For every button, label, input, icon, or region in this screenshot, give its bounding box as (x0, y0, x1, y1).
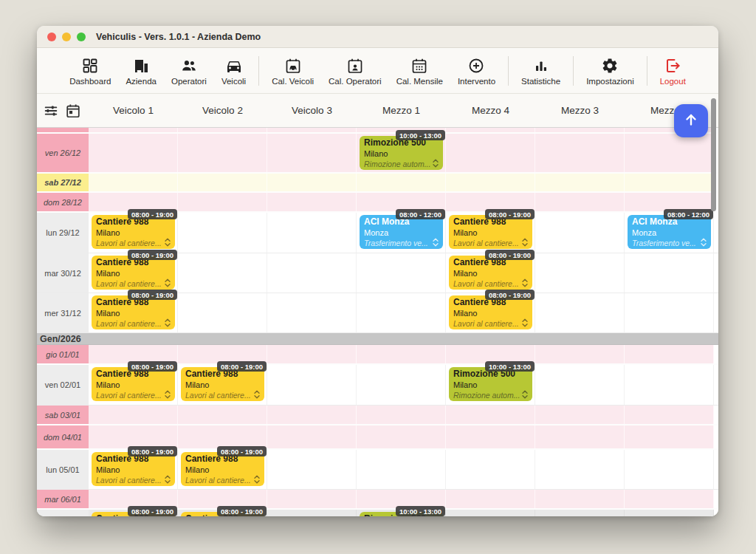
today-button[interactable] (65, 103, 81, 119)
event-card[interactable]: 08:00 - 12:00ACI MonzaMonzaTrasferimento… (628, 215, 711, 249)
calendar-cell[interactable] (357, 253, 446, 293)
calendar-cell[interactable] (535, 174, 625, 191)
calendar-cell[interactable] (535, 425, 625, 448)
sort-arrows-icon[interactable] (254, 475, 260, 486)
event-card[interactable]: 08:00 - 19:00Cantiere 988MilanoLavori al… (92, 367, 175, 401)
calendar-cell[interactable] (535, 128, 625, 132)
calendar-cell[interactable] (357, 450, 446, 489)
vertical-scrollbar-thumb[interactable] (711, 98, 716, 211)
calendar-cell[interactable] (178, 293, 267, 332)
toolbar-button-impostazioni[interactable]: Impostazioni (579, 54, 642, 87)
calendar-cell[interactable] (267, 365, 357, 405)
calendar-cell[interactable] (89, 406, 178, 424)
calendar-cell[interactable] (267, 425, 357, 448)
toolbar-button-logout[interactable]: Logout (653, 54, 693, 87)
calendar-cell[interactable] (535, 213, 625, 253)
calendar-cell[interactable] (446, 406, 535, 424)
close-button[interactable] (47, 33, 56, 41)
calendar-cell[interactable] (357, 345, 446, 363)
calendar-cell[interactable] (89, 134, 178, 172)
calendar-cell[interactable] (267, 128, 357, 132)
event-card[interactable]: 08:00 - 19:00Cantiere 988MilanoLavori al… (92, 256, 175, 290)
calendar-cell[interactable] (178, 406, 267, 424)
event-card[interactable]: 10:00 - 13:00Rimozione 500MilanoRimozion… (449, 367, 532, 401)
calendar-cell[interactable] (625, 490, 714, 508)
calendar-cell[interactable] (267, 490, 357, 508)
event-card[interactable]: 08:00 - 19:00Cantiere 988MilanoLavori al… (449, 256, 532, 290)
calendar-cell[interactable] (625, 365, 714, 405)
event-card[interactable]: 08:00 - 19:00Cantiere 988MilanoLavori al… (181, 367, 264, 401)
event-card[interactable]: 08:00 - 19:00Cantiere 988MilanoLavori al… (92, 215, 175, 249)
calendar-cell[interactable] (625, 253, 714, 293)
calendar-cell[interactable] (178, 253, 267, 293)
calendar-cell[interactable] (446, 490, 535, 508)
sort-arrows-icon[interactable] (165, 238, 171, 249)
sort-arrows-icon[interactable] (522, 390, 528, 401)
event-card[interactable]: 08:00 - 19:00Cantiere 988MilanoLavori al… (181, 512, 264, 516)
calendar-cell[interactable] (178, 213, 267, 253)
calendar-cell[interactable] (535, 193, 625, 211)
calendar-cell[interactable] (446, 174, 535, 191)
calendar-cell[interactable] (357, 174, 446, 191)
calendar-cell[interactable] (625, 406, 714, 424)
event-card[interactable]: 08:00 - 19:00Cantiere 988MilanoLavori al… (181, 452, 264, 486)
calendar-cell[interactable] (625, 425, 714, 448)
calendar-cell[interactable] (357, 365, 446, 405)
calendar-cell[interactable] (267, 174, 357, 191)
calendar-cell[interactable] (267, 345, 357, 363)
calendar-cell[interactable] (446, 510, 535, 516)
calendar-cell[interactable] (357, 406, 446, 424)
sort-arrows-icon[interactable] (701, 238, 707, 249)
sort-arrows-icon[interactable] (165, 390, 171, 401)
calendar-cell[interactable] (178, 193, 267, 211)
calendar-cell[interactable] (535, 406, 625, 424)
calendar-cell[interactable] (446, 450, 535, 489)
calendar-cell[interactable] (446, 425, 535, 448)
calendar-cell[interactable] (267, 450, 357, 489)
calendar-cell[interactable] (535, 450, 625, 489)
calendar-cell[interactable] (535, 510, 625, 516)
sort-arrows-icon[interactable] (165, 278, 171, 290)
minimize-button[interactable] (62, 33, 71, 41)
calendar-cell[interactable] (267, 253, 357, 293)
calendar-cell[interactable] (625, 510, 714, 516)
event-card[interactable]: 08:00 - 19:00Cantiere 988MilanoLavori al… (449, 215, 532, 249)
calendar-cell[interactable] (178, 128, 267, 132)
sort-arrows-icon[interactable] (165, 318, 171, 329)
event-card[interactable]: 08:00 - 12:00ACI MonzaMonzaTrasferimento… (360, 215, 443, 249)
sort-arrows-icon[interactable] (522, 278, 528, 290)
toolbar-button-statistiche[interactable]: Statistiche (514, 54, 568, 87)
calendar-cell[interactable] (625, 450, 714, 489)
toolbar-button-operatori[interactable]: Operatori (164, 54, 214, 87)
calendar-cell[interactable] (178, 134, 267, 172)
event-card[interactable]: 10:00 - 13:00Rimozione 500MilanoRimozion… (360, 512, 443, 516)
sort-arrows-icon[interactable] (433, 238, 439, 249)
calendar-cell[interactable] (89, 174, 178, 191)
event-card[interactable]: 10:00 - 13:00Rimozione 500MilanoRimozion… (360, 136, 443, 170)
sort-arrows-icon[interactable] (254, 390, 260, 401)
calendar-cell[interactable] (535, 365, 625, 405)
calendar-cell[interactable] (89, 425, 178, 448)
event-card[interactable]: 08:00 - 19:00Cantiere 988MilanoLavori al… (449, 295, 532, 329)
sort-arrows-icon[interactable] (433, 159, 439, 170)
calendar-cell[interactable] (89, 128, 178, 132)
calendar-cell[interactable] (267, 406, 357, 424)
calendar-cell[interactable] (446, 128, 535, 132)
toolbar-button-cal-veicoli[interactable]: Cal. Veicoli (264, 54, 321, 87)
calendar-cell[interactable] (535, 253, 625, 293)
sort-arrows-icon[interactable] (522, 238, 528, 249)
event-card[interactable]: 08:00 - 19:00Cantiere 988MilanoLavori al… (92, 512, 175, 516)
calendar-cell[interactable] (625, 293, 714, 332)
calendar-cell[interactable] (267, 134, 357, 172)
calendar-cell[interactable] (178, 174, 267, 191)
calendar-cell[interactable] (535, 134, 625, 172)
calendar-cell[interactable] (267, 213, 357, 253)
sort-arrows-icon[interactable] (165, 475, 171, 486)
calendar-cell[interactable] (625, 345, 714, 363)
calendar-cell[interactable] (535, 490, 625, 508)
filter-button[interactable] (43, 103, 59, 119)
calendar-cell[interactable] (267, 510, 357, 516)
sort-arrows-icon[interactable] (522, 318, 528, 329)
calendar-cell[interactable] (357, 293, 446, 332)
calendar-cell[interactable] (535, 293, 625, 332)
